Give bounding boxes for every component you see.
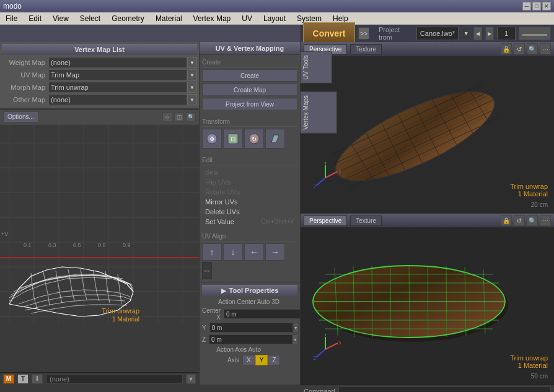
bottom-viewport-canvas[interactable]: X Y Z Trim unwrap 1 Material 50 cm <box>301 227 554 385</box>
create-map-button[interactable]: Create Map <box>202 84 297 96</box>
morph-map-row: Morph Map Trim unwrap ▼ <box>2 82 197 93</box>
frame-prev-button[interactable]: ◀ <box>473 27 482 40</box>
convert-button[interactable]: Convert <box>303 22 356 45</box>
align-up-button[interactable]: ↑ <box>202 243 222 261</box>
menu-layout[interactable]: Layout <box>261 13 288 24</box>
svg-text:0.8: 0.8 <box>98 242 106 248</box>
other-map-select[interactable]: (none) <box>48 94 187 105</box>
mode-dropdown-arrow[interactable]: ▼ <box>186 374 196 384</box>
weight-map-dropdown[interactable]: (none) <box>48 57 187 68</box>
morph-map-dropdown[interactable]: Trim unwrap <box>48 82 187 93</box>
svg-line-57 <box>316 178 325 186</box>
action-center-label: Action Center Auto 3D <box>202 298 283 305</box>
menu-bar: File Edit View Select Geometry Material … <box>0 12 554 25</box>
command-input[interactable] <box>338 386 551 393</box>
center-x-input[interactable] <box>224 309 300 319</box>
options-button[interactable]: Options... <box>3 111 38 123</box>
app-title: modo <box>3 2 22 11</box>
filename-dropdown[interactable]: ▼ <box>462 27 470 40</box>
menu-vertex-map[interactable]: Vertex Map <box>191 13 234 24</box>
align-left-button[interactable]: ← <box>244 243 264 261</box>
menu-material[interactable]: Material <box>153 13 185 24</box>
project-from-view-button[interactable]: Project from View <box>202 98 297 110</box>
top-vp-more-icon[interactable]: ⋯ <box>540 43 551 54</box>
align-buttons-row: ↑ ↓ ← → <box>202 243 297 261</box>
grid-icon-3[interactable]: 🔍 <box>186 112 196 122</box>
center-z-arrow[interactable]: ▼ <box>292 334 298 344</box>
align-extra-button[interactable]: >> <box>202 262 212 279</box>
grid-icon-2[interactable]: ◫ <box>174 112 184 122</box>
weight-map-row: Weight Map (none) ▼ <box>2 57 197 68</box>
mirror-uvs-button[interactable]: Mirror UVs <box>202 197 297 207</box>
shear-icon[interactable] <box>265 129 285 149</box>
mode-m-button[interactable]: M <box>3 374 14 384</box>
top-texture-tab[interactable]: Texture <box>350 44 382 54</box>
bottom-vp-search-icon[interactable]: 🔍 <box>527 215 538 226</box>
mode-none-select[interactable]: (none) <box>46 374 183 384</box>
uv-viewport[interactable]: 0.1 0.3 0.5 0.8 0.9 +V <box>0 124 199 372</box>
scale-icon[interactable]: ⊡ <box>223 129 243 149</box>
svg-text:0.1: 0.1 <box>24 242 32 248</box>
bottom-vp-more-icon[interactable]: ⋯ <box>540 215 551 226</box>
grid-icon-1[interactable]: ⊹ <box>162 112 172 122</box>
frame-range: ▬▬▬▬ <box>519 27 551 40</box>
filename-display: Canoe.lwo* <box>416 27 459 40</box>
axis-y-button[interactable]: Y <box>255 355 268 365</box>
uv-map-arrow[interactable]: ▼ <box>187 69 197 81</box>
top-vp-lock-icon[interactable]: 🔒 <box>501 43 512 54</box>
right-panels: Perspective Texture 🔒 ↺ 🔍 ⋯ <box>301 42 554 385</box>
center-x-row: Center X ▼ <box>202 307 297 321</box>
frame-next-button[interactable]: ▶ <box>485 27 494 40</box>
delete-uvs-button[interactable]: Delete UVs <box>202 207 297 217</box>
vertex-map-list-header: Vertex Map List <box>2 44 197 55</box>
rotate-uvs-button[interactable]: Rotate UVs <box>202 187 297 197</box>
set-value-button[interactable]: Set Value Ctrl+Shift+V <box>202 217 297 227</box>
uv-options-bar: Options... ⊹ ◫ 🔍 <box>0 109 199 124</box>
other-map-arrow[interactable]: ▼ <box>187 94 197 105</box>
svg-text:Trim unwrap: Trim unwrap <box>102 307 139 315</box>
center-y-arrow[interactable]: ▼ <box>293 323 299 333</box>
other-map-dropdown[interactable]: (none) <box>48 94 187 105</box>
maximize-button[interactable]: □ <box>532 2 541 11</box>
menu-select[interactable]: Select <box>77 13 103 24</box>
convert-extra-button[interactable]: >> <box>358 27 369 40</box>
weight-map-select[interactable]: (none) <box>48 57 187 68</box>
center-y-input[interactable] <box>209 323 293 333</box>
menu-uv[interactable]: UV <box>239 13 255 24</box>
top-vp-rotate-icon[interactable]: ↺ <box>514 43 525 54</box>
close-button[interactable]: ✕ <box>542 2 551 11</box>
top-viewport-canvas[interactable]: X Y Z Trim unwrap 1 Material 20 cm <box>301 56 554 213</box>
bottom-vp-rotate-icon[interactable]: ↺ <box>514 215 525 226</box>
bottom-texture-tab[interactable]: Texture <box>350 216 382 226</box>
menu-file[interactable]: File <box>3 13 20 24</box>
menu-view[interactable]: View <box>50 13 71 24</box>
flip-uvs-button[interactable]: Flip UVs <box>202 177 297 187</box>
bottom-perspective-tab[interactable]: Perspective <box>304 216 347 226</box>
axis-z-button[interactable]: Z <box>268 355 280 365</box>
top-vp-search-icon[interactable]: 🔍 <box>527 43 538 54</box>
morph-map-arrow[interactable]: ▼ <box>187 82 197 93</box>
frame-number-input[interactable] <box>497 27 516 40</box>
action-axis-row: Action Axis Auto <box>202 346 297 353</box>
uv-map-select[interactable]: Trim Map <box>48 69 187 81</box>
create-button[interactable]: Create <box>202 69 297 82</box>
rotate-icon[interactable]: ↻ <box>244 129 264 149</box>
weight-map-arrow[interactable]: ▼ <box>187 57 197 68</box>
axis-x-button[interactable]: X <box>242 355 255 365</box>
mode-i-button[interactable]: I <box>32 374 43 384</box>
vertex-maps-tab[interactable]: Vertex Maps <box>300 92 337 134</box>
sew-button[interactable]: Sew <box>202 167 297 177</box>
minimize-button[interactable]: ─ <box>522 2 531 11</box>
bottom-vp-lock-icon[interactable]: 🔒 <box>501 215 512 226</box>
menu-geometry[interactable]: Geometry <box>109 13 147 24</box>
uv-map-dropdown[interactable]: Trim Map <box>48 69 187 81</box>
align-down-button[interactable]: ↓ <box>223 243 243 261</box>
svg-rect-0 <box>0 124 199 323</box>
move-icon[interactable]: ✥ <box>202 129 222 149</box>
menu-edit[interactable]: Edit <box>26 13 44 24</box>
center-z-input[interactable] <box>209 334 292 344</box>
morph-map-select[interactable]: Trim unwrap <box>48 82 187 93</box>
uv-tools-tab[interactable]: UV Tools <box>300 51 332 84</box>
mode-t-button[interactable]: T <box>17 374 29 384</box>
align-right-button[interactable]: → <box>265 243 285 261</box>
